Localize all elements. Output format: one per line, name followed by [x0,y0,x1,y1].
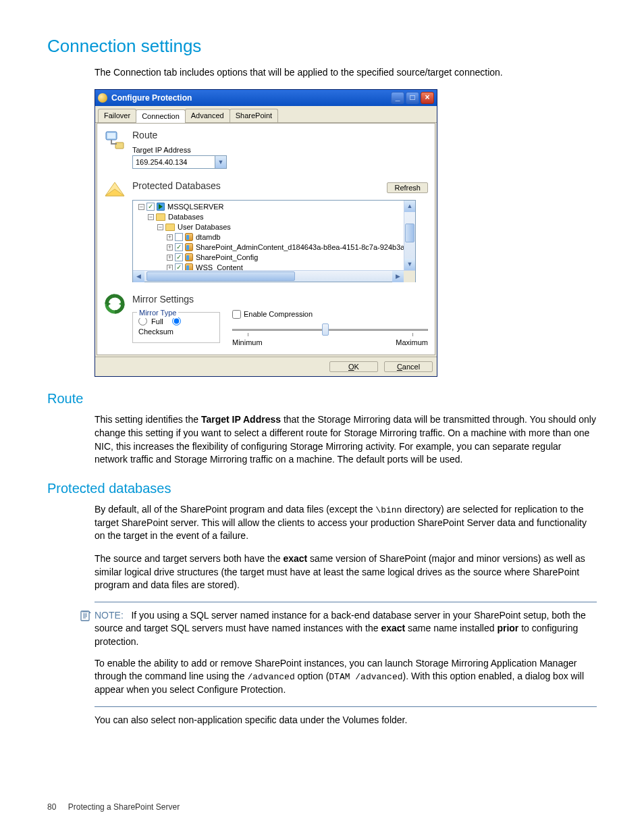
folder-icon [156,213,165,221]
horizontal-scrollbar[interactable]: ◀ ▶ [133,270,415,282]
full-radio[interactable]: Full [138,317,163,325]
db-icon [185,253,193,261]
target-ip-label: Target IP Address [132,145,428,155]
expander-icon[interactable]: − [148,214,154,220]
route-icon [104,129,127,151]
server-icon [157,203,165,211]
scroll-up-icon[interactable]: ▲ [404,201,415,212]
expander-icon[interactable]: + [167,255,173,261]
db-tree[interactable]: −MSSQLSERVER −Databases −User Databases … [132,200,416,282]
mirror-section: Mirror Settings Mirror Type Full Checksu… [97,288,435,355]
note-label: NOTE: [95,610,124,621]
protected-db-section: Protected Databases Refresh −MSSQLSERVER… [97,174,435,288]
pd-paragraph-1: By default, all of the SharePoint progra… [95,503,597,543]
protected-db-title: Protected Databases [132,180,387,193]
note-icon [80,610,95,697]
tab-connection[interactable]: Connection [136,109,186,123]
slider-max-label: Maximum [396,338,428,348]
checkbox[interactable] [146,203,155,211]
tree-node-label: SharePoint_AdminContent_d184643a-b8ea-41… [196,242,409,253]
page-footer: 80 Protecting a SharePoint Server [47,802,597,813]
window-client-area: Route Target IP Address 169.254.40.134 ▼… [97,123,435,355]
checkbox[interactable] [175,253,183,261]
vertical-scrollbar[interactable]: ▲ ▼ [404,201,415,270]
tree-node-label: SharePoint_Config [196,253,258,263]
configure-protection-window: Configure Protection _ □ × Failover Conn… [95,89,437,377]
scroll-right-icon[interactable]: ▶ [392,271,404,282]
route-section: Route Target IP Address 169.254.40.134 ▼ [97,124,435,174]
checkbox[interactable] [175,233,183,241]
close-button[interactable]: × [421,92,434,104]
tree-node-label: Databases [168,212,204,222]
slider-min-label: Minimum [232,338,263,348]
maximize-button[interactable]: □ [406,92,419,104]
note-block: NOTE: If you using a SQL server named in… [80,609,597,697]
checkbox[interactable] [175,243,183,251]
protected-databases-heading: Protected databases [47,479,597,498]
db-icon [185,243,193,251]
envelope-icon [104,180,127,199]
svg-rect-1 [107,133,115,138]
compression-slider[interactable]: Minimum Maximum [232,326,428,345]
expander-icon[interactable]: − [157,224,163,230]
scroll-thumb[interactable] [405,224,414,242]
route-heading: Route [47,389,597,408]
scroll-thumb[interactable] [146,271,295,281]
app-icon [98,93,107,103]
cancel-button[interactable]: Cancel [384,361,433,372]
svg-rect-7 [81,611,89,621]
expander-icon[interactable]: − [138,204,144,210]
page-number: 80 [47,802,56,812]
db-icon [185,233,193,241]
configure-protection-screenshot: Configure Protection _ □ × Failover Conn… [95,89,597,377]
tree-node-label: User Databases [178,222,231,232]
checksum-radio-label: Checksum [138,328,173,336]
svg-marker-6 [107,301,111,307]
full-radio-label: Full [151,317,163,325]
pd-paragraph-2: The source and target servers both have … [95,552,597,592]
mirror-type-group: Mirror Type Full Checksum [132,312,220,344]
slider-thumb[interactable] [322,323,329,336]
chapter-title: Protecting a SharePoint Server [68,802,180,812]
minimize-button[interactable]: _ [391,92,404,104]
tree-node-label: MSSQLSERVER [167,202,224,212]
target-ip-combo[interactable]: 169.254.40.134 ▼ [132,155,227,169]
enable-compression-checkbox[interactable]: Enable Compression [232,309,428,319]
target-ip-value: 169.254.40.134 [136,157,215,167]
closing-paragraph: You can also select non-application spec… [95,714,597,727]
window-titlebar: Configure Protection _ □ × [95,90,437,106]
scroll-corner [404,271,415,282]
mirror-icon [104,293,127,315]
enable-compression-label: Enable Compression [244,309,313,319]
page-title: Connection settings [47,34,597,58]
mirror-title: Mirror Settings [132,293,428,307]
tree-node-label: dtamdb [196,232,221,242]
mirror-type-legend: Mirror Type [137,308,178,318]
note-divider-bottom [95,706,597,707]
tab-sharepoint[interactable]: SharePoint [230,109,278,122]
refresh-button[interactable]: Refresh [387,182,428,193]
window-title: Configure Protection [111,93,390,104]
chevron-down-icon[interactable]: ▼ [215,156,226,168]
scroll-down-icon[interactable]: ▼ [404,259,415,270]
scroll-left-icon[interactable]: ◀ [133,271,144,282]
route-title: Route [132,129,428,142]
note-divider-top [95,602,597,602]
intro-text: The Connection tab includes options that… [95,66,597,80]
tab-failover[interactable]: Failover [98,109,136,122]
folder-icon [165,224,175,231]
tab-advanced[interactable]: Advanced [185,109,230,122]
tab-strip: Failover Connection Advanced SharePoint [95,106,437,123]
dialog-button-bar: OK Cancel [95,357,437,376]
ok-button[interactable]: OK [329,361,378,372]
route-paragraph: This setting identifies the Target IP Ad… [95,413,597,466]
expander-icon[interactable]: + [167,244,173,251]
expander-icon[interactable]: + [167,234,173,240]
